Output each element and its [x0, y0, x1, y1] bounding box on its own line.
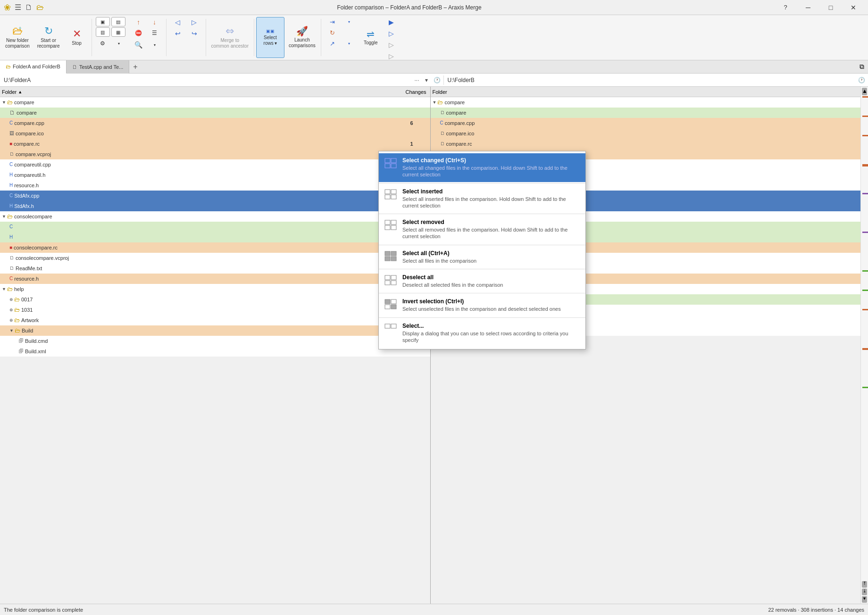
table-row[interactable]: ■ consolecompare.rc 1	[0, 242, 430, 253]
table-row[interactable]: 🗋 compare.rc	[431, 139, 861, 149]
right-scrollbar[interactable]: ▲ ⤒ ⤓ ▼	[860, 87, 868, 604]
table-row[interactable]: H StdAfx.h 5	[0, 201, 430, 211]
table-row[interactable]: ▼ 🗁 Build	[0, 325, 430, 336]
table-row[interactable]: 🗋 compare	[0, 108, 430, 118]
table-row[interactable]: 🗋 ReadMe.txt 0	[0, 263, 430, 274]
left-path-menu-btn[interactable]: ···	[412, 77, 422, 83]
menu-item-select-all[interactable]: Select all (Ctrl+A) Select all files in …	[379, 246, 585, 268]
table-row[interactable]: ▼ 🗁 compare	[431, 97, 861, 108]
new-doc-icon[interactable]: 🗋	[25, 3, 33, 12]
left-path-history-btn[interactable]: 🕐	[431, 77, 443, 83]
right-arr-2[interactable]: ▷	[384, 28, 399, 39]
menu-item-select-removed[interactable]: Select removed Select all removed files …	[379, 215, 585, 244]
folder-tab[interactable]: 🗁 FolderA and FolderB	[0, 60, 67, 74]
right-arr-3[interactable]: ▷	[384, 40, 399, 50]
table-row[interactable]: 🖼 compare.ico	[0, 128, 430, 139]
table-row[interactable]: ▼ 🗁 compare	[0, 97, 430, 108]
view-mode-btn-4[interactable]: ▦	[111, 27, 125, 37]
maximize-pane-button[interactable]: ⧉	[856, 63, 868, 71]
compare-btn-1[interactable]: ⇥	[325, 17, 340, 27]
zoom-dropdown[interactable]: ▾	[147, 40, 162, 50]
left-path-dropdown-btn[interactable]: ▾	[422, 77, 431, 83]
help-button[interactable]: ?	[775, 0, 796, 15]
table-row[interactable]: C compare.cpp	[431, 118, 861, 128]
expand-icon-4[interactable]: ⊕	[9, 297, 13, 302]
table-row[interactable]: 🗋 compare.vcproj	[0, 149, 430, 159]
table-row[interactable]: 🗐 Build.xml	[0, 346, 430, 357]
sync-btn[interactable]: ↻	[325, 28, 340, 38]
scroll-bottom-btn[interactable]: ⤓	[862, 589, 867, 595]
export-btn[interactable]: ↗	[325, 39, 340, 49]
table-row[interactable]: C StdAfx.cpp 0	[0, 191, 430, 201]
merge-common-ancestor-button[interactable]: ⇔ Merge to common ancestor	[208, 17, 252, 58]
menu-item-select-inserted[interactable]: Select inserted Select all inserted file…	[379, 184, 585, 213]
menu-icon[interactable]: ☰	[15, 3, 21, 12]
scroll-up-btn[interactable]: ▲	[862, 88, 867, 95]
expand-icon-6[interactable]: ⊕	[9, 318, 13, 323]
export-dropdown[interactable]: ▾	[342, 39, 357, 49]
launch-comparisons-button[interactable]: 🚀 Launch comparisons	[285, 17, 319, 58]
close-button[interactable]: ✕	[843, 0, 864, 15]
table-row[interactable]: ▼ 🗁 help	[0, 284, 430, 294]
arrow-down-btn[interactable]: ↓	[147, 17, 162, 27]
table-row[interactable]: ⊕ 🗁 Artwork	[0, 315, 430, 325]
minimize-button[interactable]: ─	[797, 0, 819, 15]
view-mode-btn-1[interactable]: ▣	[96, 17, 110, 26]
table-row[interactable]: 🗐 Build.cmd	[0, 336, 430, 346]
right-path-input[interactable]	[444, 74, 856, 86]
table-row[interactable]: ■ compare.rc 1	[0, 139, 430, 149]
settings-btn[interactable]: ⚙	[96, 39, 110, 48]
copy-right-btn[interactable]: ▷	[187, 17, 202, 27]
toggle-button[interactable]: ⇌ Toggle	[359, 17, 382, 58]
copy-all-right-btn[interactable]: ↪	[187, 28, 202, 39]
zoom-btn[interactable]: 🔍	[131, 40, 146, 50]
copy-left-btn[interactable]: ◁	[170, 17, 185, 27]
table-row[interactable]: C compareutil.cpp 0	[0, 159, 430, 170]
right-arr-4[interactable]: ▷	[384, 51, 399, 61]
left-folder-column-header[interactable]: Folder ▲	[0, 89, 402, 95]
table-row[interactable]: C resource.h 2	[0, 274, 430, 284]
right-arr-1[interactable]: ▶	[384, 17, 399, 27]
menu-item-select-changed[interactable]: Select changed (Ctrl+S) Select all chang…	[379, 153, 585, 182]
filter-btn[interactable]: ⛔	[131, 28, 146, 38]
right-path-history-btn[interactable]: 🕐	[855, 77, 868, 83]
right-folder-column-header[interactable]: Folder	[431, 89, 861, 95]
table-row[interactable]: C	[0, 222, 430, 232]
view-mode-btn-3[interactable]: ▥	[96, 27, 110, 37]
expand-icon-5[interactable]: ⊕	[9, 308, 13, 312]
table-row[interactable]: 🗋 consolecompare.vcproj 0	[0, 253, 430, 263]
menu-item-invert-selection[interactable]: Invert selection (Ctrl+I) Select unselec…	[379, 294, 585, 316]
select-rows-button[interactable]: ▣▣ Select rows ▾	[256, 17, 284, 58]
expand-icon-3[interactable]: ▼	[2, 287, 6, 291]
table-row[interactable]: 🗋 compare	[431, 108, 861, 118]
filter-list-btn[interactable]: ☰	[147, 28, 162, 38]
expand-icon[interactable]: ▼	[2, 100, 6, 105]
table-row[interactable]: H resource.h 0	[0, 180, 430, 191]
table-row[interactable]: ⊕ 🗁 1031	[0, 305, 430, 315]
folder-compare-icon[interactable]: 🗁	[36, 3, 44, 12]
table-row[interactable]: C compare.cpp 6	[0, 118, 430, 128]
left-path-input[interactable]	[0, 74, 412, 86]
arrow-up-btn[interactable]: ↑	[131, 17, 146, 27]
scroll-down-btn[interactable]: ▼	[862, 596, 867, 603]
add-tab-button[interactable]: +	[129, 63, 141, 71]
stop-button[interactable]: ✕ Stop	[64, 17, 90, 58]
table-row[interactable]: ⊕ 🗁 0017	[0, 294, 430, 305]
new-folder-comparison-button[interactable]: 🗁+ New folder comparison	[2, 17, 33, 58]
menu-item-select-dialog[interactable]: Select... Display a dialog that you can …	[379, 319, 585, 348]
table-row[interactable]: 🗋 compare.ico	[431, 128, 861, 139]
scroll-top-btn[interactable]: ⤒	[862, 581, 867, 588]
file-tab[interactable]: 🗋 TestA.cpp and Te...	[67, 60, 129, 74]
table-row[interactable]: H compareutil.h 0	[0, 170, 430, 180]
view-mode-btn-2[interactable]: ▤	[111, 17, 125, 26]
menu-item-deselect-all[interactable]: Deselect all Deselect all selected files…	[379, 270, 585, 292]
expand-icon-r1[interactable]: ▼	[433, 100, 437, 105]
maximize-button[interactable]: □	[820, 0, 842, 15]
settings-dropdown[interactable]: ▾	[111, 39, 126, 48]
expand-icon-7[interactable]: ▼	[9, 328, 14, 333]
table-row[interactable]: H	[0, 232, 430, 242]
table-row[interactable]: ▼ 🗁 consolecompare	[0, 211, 430, 222]
copy-all-left-btn[interactable]: ↩	[170, 28, 185, 39]
compare-dropdown-1[interactable]: ▾	[342, 17, 357, 27]
expand-icon-2[interactable]: ▼	[2, 214, 6, 219]
